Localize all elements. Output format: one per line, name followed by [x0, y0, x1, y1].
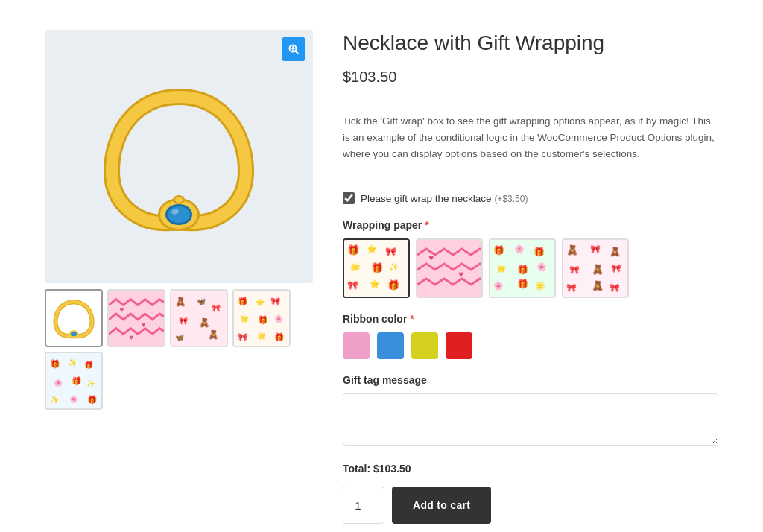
svg-text:♥: ♥	[142, 320, 146, 329]
svg-text:🎀: 🎀	[347, 279, 358, 291]
svg-text:🎀: 🎀	[179, 316, 189, 326]
svg-text:🎀: 🎀	[270, 297, 281, 306]
wrapping-paper-label: Wrapping paper *	[343, 219, 718, 231]
svg-text:🌸: 🌸	[514, 244, 525, 254]
thumbnail-pattern3[interactable]: 🎁 ⭐ 🎀 🌟 🎁 🌸 🎀 🌟 🎁	[232, 289, 291, 347]
svg-text:🎁: 🎁	[84, 360, 94, 370]
svg-point-12	[71, 332, 77, 336]
total-row: Total: $103.50	[343, 463, 718, 475]
gift-tag-textarea[interactable]	[343, 393, 718, 446]
gift-wrap-checkbox[interactable]	[343, 192, 355, 204]
ribbon-colors-list	[343, 332, 718, 359]
add-to-cart-button[interactable]: Add to cart	[392, 487, 491, 524]
thumbnail-necklace[interactable]	[45, 289, 103, 347]
wrapping-paper-section: Wrapping paper * 🎁 ⭐ 🎀 🌟 🎁 ✨ 🎀 ⭐	[343, 219, 718, 298]
color-swatch-blue[interactable]	[377, 332, 404, 359]
svg-text:🎁: 🎁	[274, 332, 285, 342]
svg-text:🌸: 🌸	[54, 378, 63, 387]
svg-text:🎁: 🎁	[517, 278, 528, 289]
svg-point-10	[175, 197, 183, 203]
svg-text:🌟: 🌟	[535, 280, 545, 291]
svg-text:🎁: 🎁	[493, 244, 504, 256]
svg-text:🎁: 🎁	[258, 315, 268, 325]
svg-text:🎁: 🎁	[347, 244, 360, 256]
svg-text:🦋: 🦋	[197, 297, 206, 306]
color-swatch-yellow[interactable]	[411, 332, 438, 359]
paper-option-2[interactable]: ♥ ♥	[416, 238, 483, 298]
gift-tag-label: Gift tag message	[343, 374, 718, 386]
gift-tag-section: Gift tag message	[343, 374, 718, 448]
product-title: Necklace with Gift Wrapping	[343, 30, 718, 57]
main-product-image	[45, 30, 313, 283]
svg-text:🌸: 🌸	[274, 314, 284, 323]
svg-text:🌟: 🌟	[350, 262, 361, 272]
svg-text:🎀: 🎀	[569, 265, 580, 275]
svg-text:🧸: 🧸	[208, 329, 219, 340]
svg-text:🧸: 🧸	[175, 297, 186, 307]
divider-2	[343, 180, 718, 180]
svg-text:♥: ♥	[120, 305, 124, 314]
svg-text:🎀: 🎀	[611, 263, 621, 273]
divider-1	[343, 101, 718, 101]
paper-option-1[interactable]: 🎁 ⭐ 🎀 🌟 🎁 ✨ 🎀 ⭐ 🎁	[343, 238, 410, 298]
quantity-input[interactable]: 1	[343, 487, 384, 524]
svg-text:♥: ♥	[129, 333, 133, 341]
svg-text:🎀: 🎀	[385, 246, 396, 257]
product-info: Necklace with Gift Wrapping $103.50 Tick…	[343, 30, 718, 524]
svg-text:🧸: 🧸	[199, 317, 210, 328]
gift-wrap-option: Please gift wrap the necklace (+$3.50)	[343, 192, 718, 204]
svg-text:🌸: 🌸	[536, 262, 547, 272]
svg-text:🎁: 🎁	[72, 376, 82, 386]
zoom-icon[interactable]	[282, 37, 305, 61]
svg-text:🦋: 🦋	[175, 332, 185, 342]
product-gallery: ♥ ♥ ♥ 🧸 🦋 🎀 🎀 🧸 🦋 🧸	[45, 30, 313, 410]
gift-wrap-label[interactable]: Please gift wrap the necklace (+$3.50)	[361, 193, 528, 204]
ribbon-color-label: Ribbon color *	[343, 313, 718, 325]
svg-text:🎀: 🎀	[566, 282, 577, 293]
svg-text:⭐: ⭐	[370, 279, 380, 289]
svg-text:🎀: 🎀	[610, 282, 620, 293]
thumbnail-pattern4[interactable]: 🎁 ✨ 🎁 🌸 🎁 ✨ ✨ 🌸 🎁	[45, 352, 103, 410]
thumbnail-pattern1[interactable]: ♥ ♥ ♥	[107, 289, 165, 347]
svg-text:🌸: 🌸	[493, 280, 504, 291]
svg-text:🧸: 🧸	[566, 244, 579, 256]
svg-text:🎁: 🎁	[387, 279, 400, 291]
svg-text:🎁: 🎁	[87, 395, 98, 405]
product-price: $103.50	[343, 69, 718, 86]
product-description: Tick the 'Gift wrap' box to see the gift…	[343, 113, 718, 162]
add-to-cart-row: 1 Add to cart	[343, 487, 718, 524]
svg-text:🌟: 🌟	[240, 314, 250, 323]
thumbnail-pattern2[interactable]: 🧸 🦋 🎀 🎀 🧸 🦋 🧸	[170, 289, 228, 347]
color-swatch-pink[interactable]	[343, 332, 370, 359]
svg-text:✨: ✨	[50, 395, 60, 405]
svg-text:🎁: 🎁	[238, 297, 248, 306]
svg-text:🎁: 🎁	[517, 264, 528, 275]
thumbnails-row: ♥ ♥ ♥ 🧸 🦋 🎀 🎀 🧸 🦋 🧸	[45, 289, 313, 347]
svg-text:♥: ♥	[458, 269, 463, 279]
svg-text:🎀: 🎀	[238, 332, 248, 342]
paper-option-3[interactable]: 🎁 🌸 🎁 🌟 🎁 🌸 🌸 🎁 🌟	[489, 238, 556, 298]
svg-text:🧸: 🧸	[592, 279, 604, 292]
necklace-image	[97, 75, 261, 238]
ribbon-color-section: Ribbon color *	[343, 313, 718, 359]
required-star-ribbon: *	[410, 313, 414, 325]
paper-option-4[interactable]: 🧸 🎀 🧸 🎀 🧸 🎀 🎀 🧸 🎀	[562, 238, 629, 298]
svg-text:🧸: 🧸	[610, 246, 621, 257]
thumbnails-row2: 🎁 ✨ 🎁 🌸 🎁 ✨ ✨ 🌸 🎁	[45, 352, 313, 410]
svg-text:🎁: 🎁	[534, 246, 545, 257]
required-star-paper: *	[425, 219, 428, 231]
svg-text:♥: ♥	[428, 253, 434, 263]
svg-line-1	[296, 51, 299, 54]
svg-text:🌟: 🌟	[257, 331, 267, 341]
color-swatch-red[interactable]	[446, 332, 472, 359]
wrapping-papers-list: 🎁 ⭐ 🎀 🌟 🎁 ✨ 🎀 ⭐ 🎁	[343, 238, 718, 298]
svg-text:🎀: 🎀	[212, 303, 221, 313]
svg-text:🎁: 🎁	[50, 359, 60, 369]
svg-text:✨: ✨	[389, 262, 399, 272]
svg-text:🎀: 🎀	[590, 244, 601, 254]
svg-text:✨: ✨	[86, 379, 96, 388]
svg-text:⭐: ⭐	[367, 244, 377, 254]
page-wrapper: ♥ ♥ ♥ 🧸 🦋 🎀 🎀 🧸 🦋 🧸	[0, 0, 763, 532]
gift-wrap-price: (+$3.50)	[494, 194, 528, 204]
svg-text:🧸: 🧸	[592, 263, 604, 276]
